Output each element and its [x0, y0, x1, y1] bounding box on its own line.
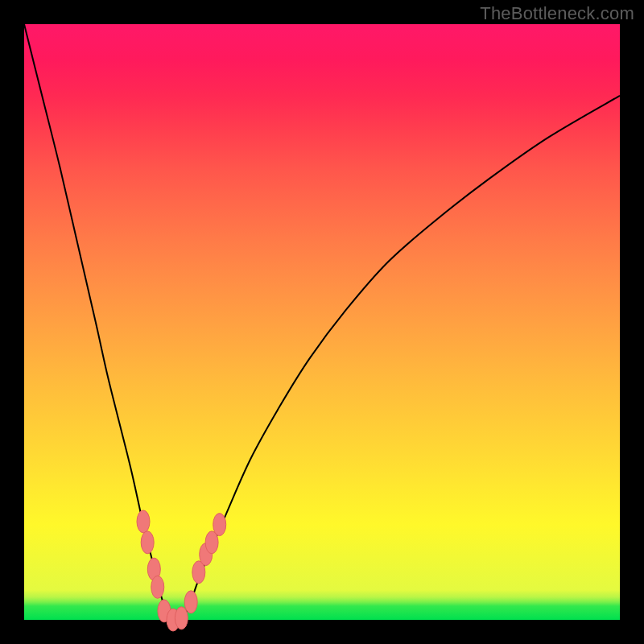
marker-point: [141, 531, 154, 554]
chart-svg: [24, 24, 620, 620]
chart-frame: TheBottleneck.com: [0, 0, 644, 644]
plot-area: [24, 24, 620, 620]
marker-point: [137, 510, 150, 533]
marker-point: [151, 576, 164, 598]
marker-point: [213, 514, 226, 536]
marker-point: [184, 591, 197, 613]
bottleneck-curve: [24, 24, 620, 621]
marker-point: [175, 607, 188, 630]
watermark-text: TheBottleneck.com: [480, 3, 634, 24]
highlight-markers: [137, 510, 226, 631]
